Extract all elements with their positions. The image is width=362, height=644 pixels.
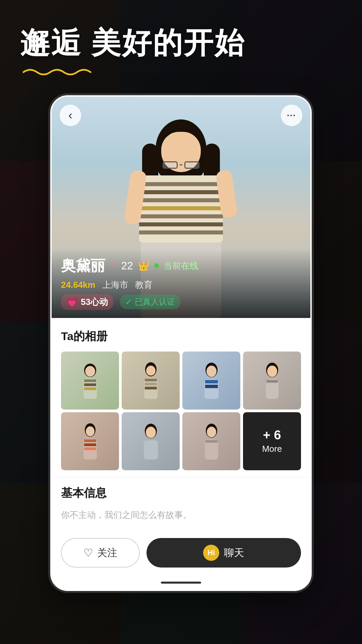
person-face: [161, 132, 201, 172]
svg-rect-10: [145, 383, 157, 385]
photo-thumb-1[interactable]: [61, 352, 119, 410]
svg-rect-5: [84, 387, 96, 390]
action-buttons: ♡ 关注 Hi 聊天: [52, 531, 310, 578]
more-tile[interactable]: + 6 More: [243, 412, 301, 470]
back-button[interactable]: ‹: [60, 105, 81, 126]
photo-thumb-7[interactable]: [182, 412, 240, 470]
photo-bg-7: [182, 412, 240, 470]
photo-thumb-4[interactable]: [243, 352, 301, 410]
svg-point-18: [267, 366, 277, 377]
heart-icon: 💗: [66, 297, 78, 308]
crown-icon: 👑: [138, 260, 149, 271]
svg-rect-24: [84, 439, 96, 442]
svg-point-7: [146, 366, 156, 376]
header-title: 邂逅 美好的开始: [20, 27, 342, 59]
bio-text: 你不主动，我们之间怎么有故事。: [61, 508, 301, 522]
svg-rect-26: [84, 447, 96, 450]
profile-detail-row: 24.64km 上海市 教育: [61, 279, 301, 291]
more-icon: ●●●: [287, 113, 296, 117]
svg-rect-11: [145, 387, 157, 389]
heart-outline-icon: ♡: [83, 546, 93, 559]
photo-bg-1: [61, 352, 119, 410]
gender-icon: ♀: [110, 261, 117, 271]
svg-rect-29: [144, 440, 158, 460]
svg-point-13: [206, 366, 217, 377]
person-arms-area: [127, 170, 235, 224]
profile-age: 22: [121, 260, 133, 272]
svg-point-31: [207, 427, 216, 437]
online-status: 当前在线: [164, 260, 198, 272]
svg-rect-4: [84, 383, 96, 386]
person-glasses: [163, 161, 199, 169]
person-arm-left: [124, 169, 147, 225]
glasses-lens-right: [184, 161, 199, 169]
profile-distance: 24.64km: [61, 280, 96, 290]
svg-rect-25: [84, 443, 96, 446]
glasses-bridge: [180, 164, 182, 165]
header-squiggle: [20, 63, 342, 82]
online-dot: [154, 263, 159, 268]
photo-bg-4: [243, 352, 301, 410]
photo-thumb-5[interactable]: [61, 412, 119, 470]
svg-rect-20: [266, 380, 278, 383]
profile-city: 上海市: [102, 279, 128, 291]
svg-point-22: [86, 426, 95, 436]
profile-badges-row: 💗 53心动 ✓ 已真人认证: [61, 294, 301, 310]
verified-text: 已真人认证: [135, 297, 175, 307]
photo-thumb-6[interactable]: [122, 412, 180, 470]
svg-rect-9: [145, 379, 157, 381]
phone-frame: ‹ ●●● 奥黛丽 ♀ 22 👑 当前在线 24.64km 上海市: [50, 95, 312, 591]
check-icon: ✓: [125, 297, 132, 307]
glasses-lens-left: [163, 161, 178, 169]
photo-bg-3: [182, 352, 240, 410]
profile-name-row: 奥黛丽 ♀ 22 👑 当前在线: [61, 256, 301, 276]
basic-info-section: 基本信息 你不主动，我们之间怎么有故事。: [52, 477, 310, 532]
hi-label: Hi: [207, 548, 215, 557]
profile-name: 奥黛丽: [61, 256, 105, 276]
follow-button[interactable]: ♡ 关注: [61, 538, 140, 568]
svg-rect-33: [205, 440, 218, 443]
chat-button[interactable]: Hi 聊天: [146, 538, 301, 568]
svg-point-28: [146, 427, 156, 438]
home-bar: [161, 582, 201, 584]
verified-badge: ✓ 已真人认证: [120, 294, 180, 309]
album-section: Ta的相册: [52, 318, 310, 477]
svg-rect-16: [205, 385, 218, 388]
shirt-stripe: [139, 230, 223, 234]
svg-rect-15: [205, 380, 218, 383]
album-title: Ta的相册: [61, 329, 301, 344]
more-button[interactable]: ●●●: [281, 105, 302, 126]
main-content: 邂逅 美好的开始: [0, 0, 362, 644]
follow-label: 关注: [97, 546, 117, 560]
person-arm-right: [215, 169, 238, 218]
heart-badge: 💗 53心动: [61, 294, 113, 310]
profile-image-section: ‹ ●●● 奥黛丽 ♀ 22 👑 当前在线 24.64km 上海市: [52, 97, 310, 318]
back-icon: ‹: [68, 108, 72, 122]
svg-point-1: [85, 366, 95, 377]
heart-count: 53心动: [81, 296, 108, 308]
profile-industry: 教育: [135, 279, 153, 291]
photo-thumb-3[interactable]: [182, 352, 240, 410]
hi-badge: Hi: [203, 545, 219, 561]
home-indicator: [52, 578, 310, 590]
profile-info-overlay: 奥黛丽 ♀ 22 👑 当前在线 24.64km 上海市 教育 💗 53心动: [52, 249, 310, 318]
photo-bg-2: [122, 352, 180, 410]
photo-bg-5: [61, 412, 119, 470]
more-tile-count: + 6: [263, 428, 281, 442]
photo-grid: + 6 More: [61, 352, 301, 470]
chat-label: 聊天: [224, 546, 244, 560]
photo-bg-6: [122, 412, 180, 470]
basic-info-title: 基本信息: [61, 485, 301, 501]
header-area: 邂逅 美好的开始: [0, 0, 362, 92]
more-tile-sub: More: [262, 444, 282, 454]
svg-rect-3: [84, 379, 96, 382]
photo-thumb-2[interactable]: [122, 352, 180, 410]
